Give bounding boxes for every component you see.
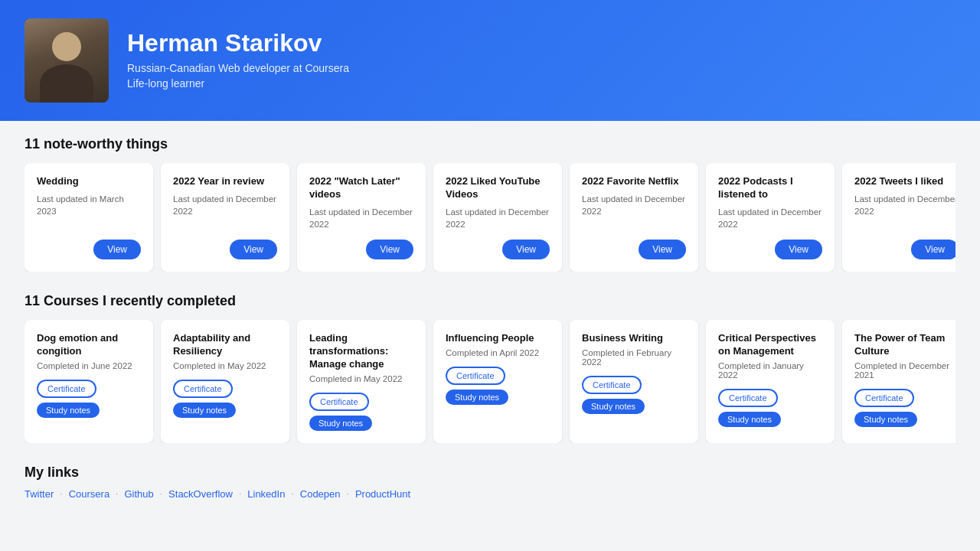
link-twitter[interactable]: Twitter	[24, 488, 54, 500]
link-separator: ·	[116, 488, 118, 499]
course-card-5: Critical Perspectives on Management Comp…	[706, 320, 835, 443]
course-card-3: Influencing People Completed in April 20…	[433, 320, 562, 443]
notable-section-title: 11 note-worthy things	[24, 136, 956, 152]
notable-card-title: 2022 Podcasts I listened to	[718, 175, 822, 201]
certificate-button[interactable]: Certificate	[37, 380, 96, 398]
study-notes-button[interactable]: Study notes	[582, 399, 645, 414]
course-actions: Certificate Study notes	[582, 376, 686, 414]
notable-card-2: 2022 "Watch Later" videos Last updated i…	[297, 163, 426, 272]
header-info: Herman Starikov Russian-Canadian Web dev…	[127, 29, 349, 93]
course-title: Critical Perspectives on Management	[718, 332, 822, 358]
course-date: Completed in January 2022	[718, 361, 822, 380]
course-title: Leading transformations: Manage change	[309, 332, 413, 371]
course-card-2: Leading transformations: Manage change C…	[297, 320, 426, 443]
course-card-1: Adaptability and Resiliency Completed in…	[161, 320, 289, 443]
course-title: Business Writing	[582, 332, 686, 345]
certificate-button[interactable]: Certificate	[718, 389, 778, 407]
profile-header: Herman Starikov Russian-Canadian Web dev…	[0, 0, 980, 121]
notable-card-view-button[interactable]: View	[366, 240, 413, 259]
notable-card-subtitle: Last updated in December 2022	[446, 206, 550, 230]
link-linkedin[interactable]: LinkedIn	[247, 488, 285, 500]
courses-cards-row: Dog emotion and congition Completed in J…	[24, 320, 956, 443]
course-title: The Power of Team Culture	[854, 332, 956, 358]
notable-card-title: 2022 Year in review	[173, 175, 277, 188]
notable-card-4: 2022 Favorite Netflix Last updated in De…	[570, 163, 698, 272]
link-separator: ·	[239, 488, 241, 499]
study-notes-button[interactable]: Study notes	[309, 416, 372, 431]
notable-card-1: 2022 Year in review Last updated in Dece…	[161, 163, 289, 272]
notable-card-view-button[interactable]: View	[775, 240, 822, 259]
notable-card-title: 2022 Favorite Netflix	[582, 175, 686, 188]
notable-card-view-button[interactable]: View	[911, 240, 956, 259]
main-content: 11 note-worthy things Wedding Last updat…	[0, 121, 980, 515]
course-title: Influencing People	[446, 332, 550, 345]
course-date: Completed in May 2022	[309, 374, 413, 383]
certificate-button[interactable]: Certificate	[854, 389, 914, 407]
notable-card-subtitle: Last updated in December 2022	[854, 193, 956, 217]
link-separator: ·	[60, 488, 62, 499]
course-actions: Certificate Study notes	[173, 380, 277, 418]
notable-card-subtitle: Last updated in December 2022	[718, 206, 822, 230]
course-actions: Certificate Study notes	[309, 393, 413, 431]
links-section: My links Twitter·Coursera·Github·StackOv…	[24, 465, 956, 500]
link-codepen[interactable]: Codepen	[300, 488, 341, 500]
link-github[interactable]: Github	[124, 488, 153, 500]
link-separator: ·	[160, 488, 162, 499]
links-row: Twitter·Coursera·Github·StackOverflow·Li…	[24, 488, 956, 500]
course-title: Dog emotion and congition	[37, 332, 141, 358]
courses-section-title: 11 Courses I recently completed	[24, 293, 956, 309]
course-card-0: Dog emotion and congition Completed in J…	[24, 320, 153, 443]
course-actions: Certificate Study notes	[37, 380, 141, 418]
link-separator: ·	[291, 488, 293, 499]
notable-card-subtitle: Last updated in December 2022	[582, 193, 686, 217]
notable-cards-row: Wedding Last updated in March 2023 View …	[24, 163, 956, 272]
study-notes-button[interactable]: Study notes	[718, 412, 781, 427]
notable-card-view-button[interactable]: View	[93, 240, 141, 259]
course-card-6: The Power of Team Culture Completed in D…	[842, 320, 956, 443]
notable-card-subtitle: Last updated in March 2023	[37, 193, 141, 217]
profile-tagline: Life-long learner	[127, 77, 349, 90]
notable-card-subtitle: Last updated in December 2022	[309, 206, 413, 230]
profile-name: Herman Starikov	[127, 29, 349, 57]
links-section-title: My links	[24, 465, 956, 481]
course-date: Completed in April 2022	[446, 348, 550, 357]
course-date: Completed in June 2022	[37, 361, 141, 370]
study-notes-button[interactable]: Study notes	[854, 412, 917, 427]
notable-card-title: 2022 "Watch Later" videos	[309, 175, 413, 201]
certificate-button[interactable]: Certificate	[446, 367, 505, 385]
study-notes-button[interactable]: Study notes	[173, 403, 236, 418]
notable-card-title: 2022 Tweets I liked	[854, 175, 956, 188]
notable-card-subtitle: Last updated in December 2022	[173, 193, 277, 217]
course-card-4: Business Writing Completed in February 2…	[570, 320, 698, 443]
course-title: Adaptability and Resiliency	[173, 332, 277, 358]
notable-card-title: Wedding	[37, 175, 141, 188]
course-date: Completed in February 2022	[582, 348, 686, 367]
course-date: Completed in December 2021	[854, 361, 956, 380]
notable-card-3: 2022 Liked YouTube Videos Last updated i…	[433, 163, 562, 272]
link-separator: ·	[347, 488, 349, 499]
course-actions: Certificate Study notes	[854, 389, 956, 427]
certificate-button[interactable]: Certificate	[582, 376, 642, 394]
avatar	[24, 18, 109, 103]
link-producthunt[interactable]: ProductHunt	[355, 488, 410, 500]
certificate-button[interactable]: Certificate	[309, 393, 369, 411]
profile-subtitle: Russian-Canadian Web developer at Course…	[127, 62, 349, 74]
notable-card-view-button[interactable]: View	[230, 240, 277, 259]
notable-card-view-button[interactable]: View	[639, 240, 686, 259]
notable-card-6: 2022 Tweets I liked Last updated in Dece…	[842, 163, 956, 272]
course-date: Completed in May 2022	[173, 361, 277, 370]
course-actions: Certificate Study notes	[718, 389, 822, 427]
study-notes-button[interactable]: Study notes	[37, 403, 100, 418]
link-stackoverflow[interactable]: StackOverflow	[168, 488, 233, 500]
notable-card-5: 2022 Podcasts I listened to Last updated…	[706, 163, 835, 272]
study-notes-button[interactable]: Study notes	[446, 390, 508, 405]
notable-card-view-button[interactable]: View	[502, 240, 550, 259]
course-actions: Certificate Study notes	[446, 367, 550, 405]
notable-card-title: 2022 Liked YouTube Videos	[446, 175, 550, 201]
link-coursera[interactable]: Coursera	[69, 488, 109, 500]
certificate-button[interactable]: Certificate	[173, 380, 233, 398]
notable-card-0: Wedding Last updated in March 2023 View	[24, 163, 153, 272]
